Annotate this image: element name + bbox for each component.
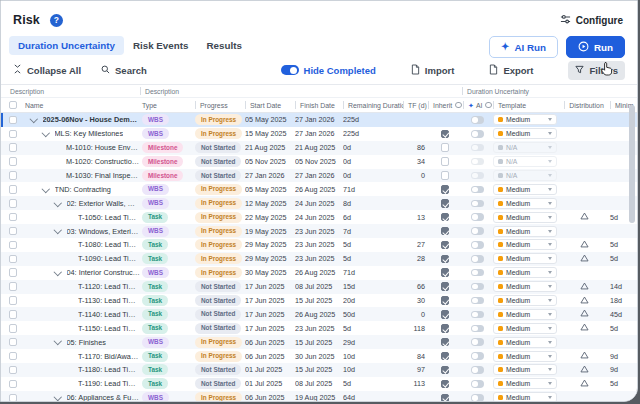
template-dropdown[interactable]: Medium xyxy=(493,212,557,223)
table-row[interactable]: 03: Windows, Exterior Doors …WBSIn Progr… xyxy=(1,224,637,238)
template-dropdown[interactable]: Medium xyxy=(493,351,557,362)
import-button[interactable]: Import xyxy=(411,64,455,77)
template-dropdown[interactable]: Medium xyxy=(493,114,557,125)
ai-toggle[interactable] xyxy=(471,255,484,263)
table-row[interactable]: T-1130: Lead Time for Light F…TaskNot St… xyxy=(1,294,637,308)
chevron-down-icon[interactable] xyxy=(42,129,50,137)
inherit-checkbox-checked[interactable] xyxy=(441,213,450,222)
select-all-checkbox[interactable] xyxy=(1,98,25,112)
ai-toggle[interactable] xyxy=(471,366,484,374)
inherit-checkbox[interactable] xyxy=(441,171,450,180)
inherit-checkbox-checked[interactable] xyxy=(441,227,450,236)
template-dropdown[interactable]: Medium xyxy=(493,198,557,209)
configure-button[interactable]: Configure xyxy=(560,14,623,27)
row-checkbox[interactable] xyxy=(9,255,18,264)
column-header-distribution[interactable]: Distribution xyxy=(561,98,607,112)
column-header-ai[interactable]: ✦AI xyxy=(462,98,493,112)
inherit-checkbox-checked[interactable] xyxy=(441,310,450,319)
column-header-type[interactable]: Type xyxy=(140,98,195,112)
table-row[interactable]: M-1020: Construction CompleteMilestoneNo… xyxy=(1,155,637,169)
template-dropdown[interactable]: Medium xyxy=(493,378,557,389)
ai-toggle[interactable] xyxy=(471,241,484,249)
table-row[interactable]: T-1150: Lead Time for Cabine…TaskNot Sta… xyxy=(1,321,637,335)
run-button[interactable]: Run xyxy=(566,36,625,58)
table-row[interactable]: M-1010: House Envelope Compl…MilestoneNo… xyxy=(1,141,637,155)
template-dropdown[interactable]: Medium xyxy=(493,392,557,402)
inherit-checkbox-checked[interactable] xyxy=(441,130,450,139)
chevron-down-icon[interactable] xyxy=(42,185,50,193)
filters-button[interactable]: Filters xyxy=(568,61,625,80)
ai-toggle[interactable] xyxy=(471,200,484,208)
template-dropdown[interactable]: Medium xyxy=(493,253,557,264)
ai-toggle[interactable] xyxy=(471,325,484,333)
template-dropdown[interactable]: Medium xyxy=(493,128,557,139)
row-checkbox[interactable] xyxy=(9,185,18,194)
table-row[interactable]: T-1080: Lead Time for Windo…TaskIn Progr… xyxy=(1,238,637,252)
template-dropdown[interactable]: Medium xyxy=(493,226,557,237)
row-checkbox[interactable] xyxy=(9,227,18,236)
tab-risk-events[interactable]: Risk Events xyxy=(124,36,198,55)
inherit-checkbox-checked[interactable] xyxy=(441,199,450,208)
column-header-inherit[interactable]: Inherit xyxy=(428,98,462,112)
ai-toggle[interactable] xyxy=(471,144,484,152)
row-checkbox[interactable] xyxy=(9,213,18,222)
template-dropdown[interactable]: Medium xyxy=(493,337,557,348)
collapse-all-button[interactable]: Collapse All xyxy=(13,64,81,76)
column-header-tf[interactable]: TF (d) xyxy=(403,98,428,112)
row-checkbox[interactable] xyxy=(9,352,18,361)
inherit-checkbox-checked[interactable] xyxy=(441,296,450,305)
ai-toggle[interactable] xyxy=(471,311,484,319)
inherit-checkbox-checked[interactable] xyxy=(441,380,450,389)
row-checkbox[interactable] xyxy=(9,130,18,139)
row-checkbox[interactable] xyxy=(9,282,18,291)
inherit-checkbox-checked[interactable] xyxy=(441,241,450,250)
row-checkbox[interactable] xyxy=(9,394,18,403)
table-row[interactable]: 06: Appliances & FurnitureWBSIn Progress… xyxy=(1,391,637,402)
ai-toggle[interactable] xyxy=(471,213,484,221)
chevron-down-icon[interactable] xyxy=(54,393,62,401)
ai-run-button[interactable]: ✦ AI Run xyxy=(489,36,558,58)
ai-toggle[interactable] xyxy=(471,380,484,388)
ai-toggle[interactable] xyxy=(471,394,484,402)
ai-toggle[interactable] xyxy=(471,158,484,166)
chevron-down-icon[interactable] xyxy=(54,226,62,234)
table-row[interactable]: T-1120: Lead Time for Int Do…TaskNot Sta… xyxy=(1,280,637,294)
inherit-checkbox-checked[interactable] xyxy=(441,185,450,194)
ai-toggle[interactable] xyxy=(471,283,484,291)
row-checkbox[interactable] xyxy=(9,296,18,305)
row-checkbox[interactable] xyxy=(9,324,18,333)
template-dropdown[interactable]: Medium xyxy=(493,295,557,306)
ai-toggle[interactable] xyxy=(471,227,484,235)
table-row[interactable]: 02: Exterior Walls, Rafters & R…WBSIn Pr… xyxy=(1,196,637,210)
table-row[interactable]: T-1090: Lead Time for Ext Do…TaskIn Prog… xyxy=(1,252,637,266)
tab-results[interactable]: Results xyxy=(197,36,250,55)
inherit-checkbox-checked[interactable] xyxy=(441,324,450,333)
column-header-progress[interactable]: Progress xyxy=(195,98,245,112)
help-icon[interactable]: ? xyxy=(50,14,63,27)
table-row[interactable]: T-1180: Lead Time for Cerami…TaskNot Sta… xyxy=(1,363,637,377)
inherit-checkbox-checked[interactable] xyxy=(441,255,450,264)
row-checkbox[interactable] xyxy=(9,116,18,125)
chevron-down-icon[interactable] xyxy=(54,268,62,276)
table-row[interactable]: T-1140: Lead Time for AC Eq…TaskNot Star… xyxy=(1,307,637,321)
ai-toggle[interactable] xyxy=(471,338,484,346)
chevron-down-icon[interactable] xyxy=(30,115,38,123)
checkbox-icon[interactable] xyxy=(9,101,18,110)
template-dropdown[interactable]: Medium xyxy=(493,267,557,278)
template-dropdown[interactable]: N/A xyxy=(493,142,557,153)
column-header-finish-date[interactable]: Finish Date xyxy=(295,98,343,112)
table-row[interactable]: T-1190: Lead Time for CarpetTaskNot Star… xyxy=(1,377,637,391)
row-checkbox[interactable] xyxy=(9,241,18,250)
table-row[interactable]: TND: ContractingWBSIn Progress05 May 202… xyxy=(1,182,637,196)
template-dropdown[interactable]: N/A xyxy=(493,170,557,181)
row-checkbox[interactable] xyxy=(9,268,18,277)
inherit-checkbox[interactable] xyxy=(441,143,450,152)
table-row[interactable]: MLS: Key MilestonesWBSIn Progress15 May … xyxy=(1,127,637,141)
table-row[interactable]: 04: Interior ConstructionWBSIn Progress3… xyxy=(1,266,637,280)
template-dropdown[interactable]: Medium xyxy=(493,323,557,334)
template-dropdown[interactable]: N/A xyxy=(493,156,557,167)
table-row[interactable]: T-1170: Bid/Award Finishes PkgTaskIn Pro… xyxy=(1,349,637,363)
table-row[interactable]: M-1030: Final Inspection & Mov…Milestone… xyxy=(1,169,637,183)
inherit-checkbox-checked[interactable] xyxy=(441,338,450,347)
inherit-checkbox[interactable] xyxy=(441,157,450,166)
